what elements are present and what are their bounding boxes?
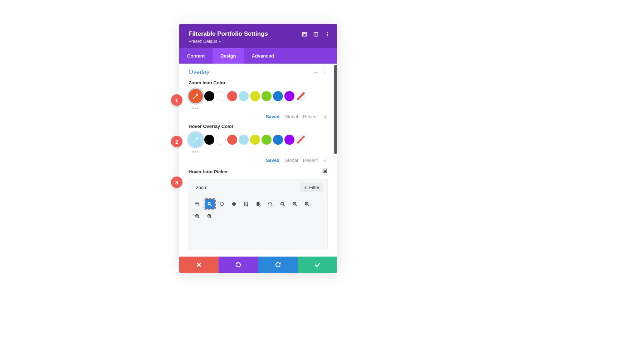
tab-design[interactable]: Design (213, 48, 244, 64)
section-title: Overlay (189, 69, 210, 76)
label-hover-icon-picker: Hover Icon Picker (189, 169, 228, 174)
preset-label: Preset: Default (189, 39, 217, 44)
link-recent[interactable]: Recent (303, 114, 318, 119)
scrollbar-thumb[interactable] (334, 65, 337, 154)
preset-dropdown[interactable]: Preset: Default ▼ (189, 39, 330, 44)
filter-button[interactable]: + Filter (300, 183, 323, 192)
color-custom-swatch[interactable] (189, 133, 203, 147)
color-preset-links: Saved Global Recent (189, 158, 328, 163)
color-swatch[interactable] (239, 135, 249, 145)
annotation-badge-1: 1 (171, 94, 182, 106)
svg-point-29 (281, 202, 284, 205)
color-swatch[interactable] (204, 91, 214, 101)
svg-point-27 (269, 202, 272, 205)
color-swatch[interactable] (284, 91, 294, 101)
icon-option[interactable] (192, 211, 203, 221)
link-recent[interactable]: Recent (303, 158, 318, 163)
icon-option[interactable] (229, 199, 239, 209)
svg-point-7 (325, 116, 326, 118)
svg-point-6 (327, 35, 328, 36)
color-none-swatch[interactable] (296, 91, 306, 101)
eyedropper-icon (192, 93, 199, 99)
gear-icon[interactable] (323, 114, 328, 119)
expand-icon[interactable] (322, 168, 328, 175)
icon-option[interactable] (265, 199, 275, 209)
section-more-icon[interactable]: ⋮ (322, 69, 328, 75)
color-swatch[interactable] (250, 135, 260, 145)
columns-icon[interactable] (313, 31, 319, 38)
color-swatch[interactable] (273, 91, 283, 101)
link-saved[interactable]: Saved (266, 158, 279, 163)
color-swatch[interactable] (273, 135, 283, 145)
undo-button[interactable] (219, 257, 258, 273)
svg-point-5 (327, 34, 328, 35)
tab-bar: Content Design Advanced (179, 48, 337, 64)
panel-body: Overlay ︿ ⋮ Zoom Icon Color ••• Saved (179, 64, 337, 257)
icon-picker-header: Hover Icon Picker (189, 168, 328, 175)
color-swatch[interactable] (227, 91, 237, 101)
section-header-overlay[interactable]: Overlay ︿ ⋮ (189, 69, 328, 76)
icon-option-selected[interactable] (205, 199, 215, 209)
undo-icon (235, 262, 241, 268)
svg-point-26 (259, 205, 260, 206)
link-global[interactable]: Global (284, 114, 298, 119)
icon-option[interactable] (302, 199, 312, 209)
header-icon-bar (301, 31, 331, 38)
svg-point-8 (325, 160, 326, 161)
redo-icon (275, 262, 281, 268)
redo-button[interactable] (258, 257, 298, 273)
cancel-button[interactable] (179, 257, 219, 273)
more-dots-icon[interactable]: ••• (192, 149, 328, 155)
svg-line-12 (198, 205, 199, 206)
svg-line-35 (308, 205, 309, 206)
more-icon[interactable] (324, 31, 331, 38)
link-saved[interactable]: Saved (266, 114, 279, 119)
section-actions: ︿ ⋮ (313, 69, 328, 75)
color-swatch[interactable] (262, 135, 272, 145)
chevron-up-icon[interactable]: ︿ (313, 69, 318, 75)
plus-icon: + (304, 185, 307, 190)
annotation-badge-2: 2 (171, 136, 182, 147)
color-swatch[interactable] (227, 135, 237, 145)
icon-picker: + Filter (189, 179, 328, 250)
close-icon (196, 262, 202, 268)
color-swatch[interactable] (262, 91, 272, 101)
svg-rect-1 (304, 34, 305, 35)
eyedropper-icon (192, 137, 199, 143)
save-button[interactable] (298, 257, 337, 273)
gear-icon[interactable] (323, 158, 328, 163)
icon-option[interactable] (290, 199, 300, 209)
color-none-swatch[interactable] (296, 135, 306, 145)
icon-option[interactable] (241, 199, 251, 209)
color-swatch[interactable] (239, 91, 249, 101)
svg-rect-9 (323, 169, 327, 173)
color-swatch[interactable] (284, 135, 294, 145)
icon-option[interactable] (278, 199, 288, 209)
color-swatch[interactable] (250, 91, 260, 101)
tab-advanced[interactable]: Advanced (244, 48, 282, 64)
settings-panel: Filterable Portfolio Settings Preset: De… (179, 24, 337, 273)
tab-content[interactable]: Content (179, 48, 213, 64)
label-hover-overlay-color: Hover Overlay Color (189, 124, 328, 129)
color-swatch[interactable] (216, 135, 226, 145)
annotation-badge-3: 3 (171, 177, 182, 188)
color-row-zoom (189, 89, 328, 103)
color-row-hover (189, 133, 328, 147)
icon-option[interactable] (205, 211, 215, 221)
svg-line-16 (210, 205, 211, 206)
expand-icon[interactable] (301, 31, 308, 38)
color-swatch[interactable] (204, 135, 214, 145)
icon-picker-toolbar: + Filter (189, 179, 327, 196)
link-global[interactable]: Global (284, 158, 298, 163)
color-custom-swatch[interactable] (189, 89, 203, 103)
icon-option[interactable] (217, 199, 227, 209)
more-dots-icon[interactable]: ••• (192, 105, 328, 111)
check-icon (314, 262, 321, 268)
icon-option[interactable] (192, 199, 203, 209)
color-swatch[interactable] (216, 91, 226, 101)
svg-rect-10 (324, 170, 326, 172)
icon-search-input[interactable] (193, 183, 297, 192)
label-zoom-icon-color: Zoom Icon Color (189, 80, 328, 85)
icon-option[interactable] (253, 199, 263, 209)
svg-line-39 (198, 217, 199, 218)
